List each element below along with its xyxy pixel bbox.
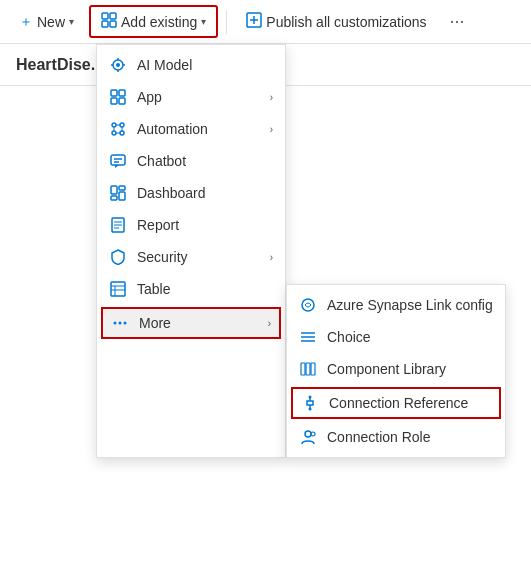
svg-point-42 — [124, 322, 127, 325]
svg-rect-29 — [119, 186, 125, 190]
component-library-icon — [299, 361, 317, 377]
azure-synapse-icon — [299, 297, 317, 313]
dashboard-icon — [109, 185, 127, 201]
menu-item-automation[interactable]: Automation › — [97, 113, 285, 145]
toolbar-separator — [226, 10, 227, 34]
add-existing-chevron: ▾ — [201, 16, 206, 27]
svg-rect-47 — [301, 363, 305, 375]
add-existing-icon — [101, 12, 117, 31]
security-icon — [109, 249, 127, 265]
dropdown-container: AI Model App › — [96, 44, 506, 458]
svg-point-41 — [119, 322, 122, 325]
more-icon — [111, 315, 129, 331]
svg-rect-13 — [111, 90, 117, 96]
ai-model-label: AI Model — [137, 57, 273, 73]
svg-rect-14 — [119, 90, 125, 96]
svg-rect-36 — [111, 282, 125, 296]
secondary-item-connection-reference[interactable]: Connection Reference — [291, 387, 501, 419]
svg-point-20 — [120, 131, 124, 135]
svg-point-51 — [309, 408, 312, 411]
new-label: New — [37, 14, 65, 30]
choice-label: Choice — [327, 329, 493, 345]
azure-synapse-label: Azure Synapse Link config — [327, 297, 493, 313]
menu-item-app[interactable]: App › — [97, 81, 285, 113]
new-icon: ＋ — [19, 13, 33, 31]
report-label: Report — [137, 217, 273, 233]
table-label: Table — [137, 281, 273, 297]
svg-rect-48 — [306, 363, 310, 375]
svg-rect-25 — [111, 155, 125, 165]
chatbot-label: Chatbot — [137, 153, 273, 169]
connection-role-label: Connection Role — [327, 429, 493, 445]
more-label: More — [139, 315, 258, 331]
svg-rect-16 — [119, 98, 125, 104]
menu-item-security[interactable]: Security › — [97, 241, 285, 273]
choice-icon — [299, 329, 317, 345]
svg-rect-3 — [110, 21, 116, 27]
menu-item-more[interactable]: More › — [101, 307, 281, 339]
automation-icon — [109, 121, 127, 137]
component-library-label: Component Library — [327, 361, 493, 377]
menu-item-chatbot[interactable]: Chatbot — [97, 145, 285, 177]
svg-rect-28 — [111, 186, 117, 194]
secondary-item-choice[interactable]: Choice — [287, 321, 505, 353]
app-label: App — [137, 89, 260, 105]
automation-label: Automation — [137, 121, 260, 137]
security-chevron: › — [270, 252, 273, 263]
svg-rect-31 — [111, 196, 117, 200]
add-existing-button[interactable]: Add existing ▾ — [89, 5, 218, 38]
connection-reference-icon — [301, 395, 319, 411]
report-icon — [109, 217, 127, 233]
svg-point-8 — [116, 63, 120, 67]
more-chevron: › — [268, 318, 271, 329]
svg-point-19 — [112, 131, 116, 135]
svg-rect-0 — [102, 13, 108, 19]
toolbar-more-button[interactable]: ··· — [442, 7, 473, 36]
publish-icon — [246, 12, 262, 31]
secondary-item-component-library[interactable]: Component Library — [287, 353, 505, 385]
svg-point-50 — [309, 396, 312, 399]
chatbot-icon — [109, 153, 127, 169]
publish-button[interactable]: Publish all customizations — [235, 6, 437, 37]
dashboard-label: Dashboard — [137, 185, 273, 201]
app-icon — [109, 89, 127, 105]
menu-item-dashboard[interactable]: Dashboard — [97, 177, 285, 209]
svg-point-18 — [120, 123, 124, 127]
svg-rect-2 — [102, 21, 108, 27]
svg-rect-15 — [111, 98, 117, 104]
add-existing-label: Add existing — [121, 14, 197, 30]
new-button[interactable]: ＋ New ▾ — [8, 7, 85, 37]
secondary-item-azure-synapse[interactable]: Azure Synapse Link config — [287, 289, 505, 321]
security-label: Security — [137, 249, 260, 265]
menu-item-table[interactable]: Table — [97, 273, 285, 305]
new-chevron: ▾ — [69, 16, 74, 27]
svg-rect-49 — [311, 363, 315, 375]
menu-item-ai-model[interactable]: AI Model — [97, 49, 285, 81]
automation-chevron: › — [270, 124, 273, 135]
svg-point-52 — [305, 431, 311, 437]
svg-point-17 — [112, 123, 116, 127]
ai-model-icon — [109, 57, 127, 73]
svg-rect-1 — [110, 13, 116, 19]
publish-label: Publish all customizations — [266, 14, 426, 30]
svg-point-40 — [114, 322, 117, 325]
app-chevron: › — [270, 92, 273, 103]
table-icon — [109, 281, 127, 297]
svg-point-43 — [302, 299, 314, 311]
connection-reference-label: Connection Reference — [329, 395, 491, 411]
svg-rect-30 — [119, 192, 125, 200]
secondary-menu: Azure Synapse Link config Choice Com — [286, 284, 506, 458]
primary-menu: AI Model App › — [96, 44, 286, 458]
app-name: HeartDise... — [16, 56, 104, 74]
connection-role-icon — [299, 429, 317, 445]
toolbar: ＋ New ▾ Add existing ▾ Publish all custo… — [0, 0, 531, 44]
secondary-item-connection-role[interactable]: Connection Role — [287, 421, 505, 453]
menu-item-report[interactable]: Report — [97, 209, 285, 241]
